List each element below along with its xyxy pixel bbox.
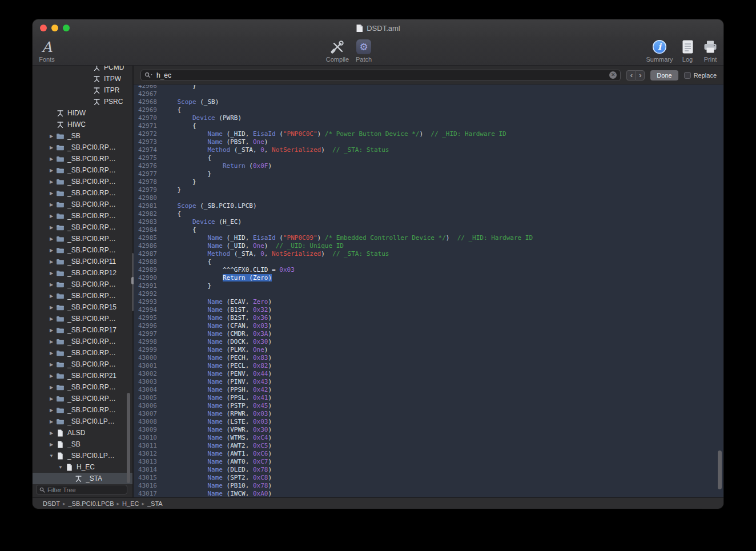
tree-item-_SBPCI0RP[interactable]: ▶_SB.PCI0.RP… bbox=[33, 279, 132, 290]
clear-search-icon[interactable]: ✕ bbox=[609, 71, 617, 79]
tree-item-H_EC[interactable]: ▼H_EC bbox=[33, 461, 132, 473]
tree-item-_SBPCI0RP17[interactable]: ▶_SB.PCI0.RP17 bbox=[33, 324, 132, 336]
disclosure-triangle-icon[interactable]: ▶ bbox=[47, 328, 55, 333]
disclosure-triangle-icon[interactable]: ▶ bbox=[47, 293, 55, 299]
tree-item-_SBPCI0RP[interactable]: ▶_SB.PCI0.RP… bbox=[33, 222, 132, 233]
method-icon bbox=[55, 108, 65, 118]
breadcrumb-item[interactable]: _SB.PCI0.LPCB bbox=[68, 500, 114, 507]
disclosure-triangle-icon[interactable]: ▶ bbox=[47, 156, 55, 162]
code-token: 0x41 bbox=[253, 394, 268, 401]
tree-item-_SBPCI0RP[interactable]: ▶_SB.PCI0.RP… bbox=[33, 336, 132, 347]
sidebar-scrollbar[interactable] bbox=[127, 393, 130, 483]
disclosure-triangle-icon[interactable]: ▶ bbox=[47, 408, 55, 413]
print-button[interactable]: Print bbox=[699, 38, 722, 63]
disclosure-triangle-icon[interactable]: ▶ bbox=[47, 179, 55, 184]
disclosure-triangle-icon[interactable]: ▶ bbox=[47, 431, 55, 436]
tree-item-_SBPCI0RP[interactable]: ▶_SB.PCI0.RP… bbox=[33, 393, 132, 404]
tree-item-_SBPCI0RP12[interactable]: ▶_SB.PCI0.RP12 bbox=[33, 267, 132, 279]
tree-item-_STA[interactable]: _STA bbox=[33, 473, 132, 484]
disclosure-triangle-icon[interactable]: ▶ bbox=[47, 271, 55, 276]
replace-checkbox[interactable] bbox=[684, 72, 691, 79]
tree-item-PCMD[interactable]: PCMD bbox=[33, 66, 132, 73]
disclosure-triangle-icon[interactable]: ▶ bbox=[47, 282, 55, 287]
breadcrumb-item[interactable]: _STA bbox=[147, 500, 163, 507]
tree-item-_SBPCI0RP[interactable]: ▶_SB.PCI0.RP… bbox=[33, 187, 132, 199]
tree-item-_SBPCI0RP[interactable]: ▶_SB.PCI0.RP… bbox=[33, 164, 132, 176]
tree-item-_SBPCI0RP[interactable]: ▶_SB.PCI0.RP… bbox=[33, 210, 132, 222]
code-token bbox=[162, 306, 207, 313]
disclosure-triangle-icon[interactable]: ▶ bbox=[47, 396, 55, 401]
search-menu-icon[interactable] bbox=[144, 72, 154, 78]
disclosure-triangle-icon[interactable]: ▶ bbox=[47, 385, 55, 390]
code-token: ) bbox=[321, 146, 325, 154]
breadcrumb-item[interactable]: DSDT bbox=[43, 500, 60, 507]
disclosure-triangle-icon[interactable]: ▶ bbox=[47, 134, 55, 139]
disclosure-triangle-icon[interactable]: ▶ bbox=[47, 191, 55, 196]
done-button[interactable]: Done bbox=[650, 70, 678, 81]
disclosure-triangle-icon[interactable]: ▶ bbox=[47, 145, 55, 150]
tree-item-_SBPCI0RP[interactable]: ▶_SB.PCI0.RP… bbox=[33, 404, 132, 416]
disclosure-triangle-icon[interactable]: ▶ bbox=[47, 351, 55, 356]
code-editor[interactable]: 42966 }4296742968 Scope (_SB)42969 {4297… bbox=[134, 85, 723, 497]
code-token bbox=[449, 234, 457, 242]
find-next-button[interactable]: › bbox=[636, 70, 645, 81]
summary-button[interactable]: i Summary bbox=[641, 38, 678, 63]
disclosure-triangle-icon[interactable]: ▶ bbox=[47, 442, 55, 447]
disclosure-triangle-icon[interactable]: ▶ bbox=[47, 225, 55, 230]
tree-item-_SBPCI0LP[interactable]: ▼_SB.PCI0.LP… bbox=[33, 450, 132, 461]
tree-item-HIWC[interactable]: HIWC bbox=[33, 119, 132, 130]
tree-item-ALSD[interactable]: ▶ALSD bbox=[33, 427, 132, 439]
tree-item-_SB[interactable]: ▶_SB bbox=[33, 130, 132, 142]
disclosure-triangle-icon[interactable]: ▶ bbox=[47, 339, 55, 344]
tree-item-_SBPCI0RP21[interactable]: ▶_SB.PCI0.RP21 bbox=[33, 370, 132, 381]
filter-tree-field[interactable]: Filter Tree bbox=[36, 485, 127, 494]
tree-item-ITPW[interactable]: ITPW bbox=[33, 73, 132, 85]
code-token bbox=[162, 162, 223, 170]
find-previous-button[interactable]: ‹ bbox=[626, 70, 636, 81]
tree-item-ITPR[interactable]: ITPR bbox=[33, 85, 132, 96]
patch-button[interactable]: ⚙ Patch bbox=[348, 38, 380, 63]
editor-scrollbar[interactable] bbox=[718, 451, 722, 489]
tree-item-_SBPCI0RP[interactable]: ▶_SB.PCI0.RP… bbox=[33, 153, 132, 164]
code-token: Name bbox=[207, 354, 223, 361]
breadcrumb-item[interactable]: H_EC bbox=[122, 500, 139, 507]
tree-item-_SBPCI0RP[interactable]: ▶_SB.PCI0.RP… bbox=[33, 313, 132, 324]
search-input[interactable]: h_ec ✕ bbox=[140, 70, 621, 81]
fonts-button[interactable]: A Fonts bbox=[34, 38, 60, 63]
tree-item-_SBPCI0RP[interactable]: ▶_SB.PCI0.RP… bbox=[33, 199, 132, 210]
disclosure-triangle-icon[interactable]: ▶ bbox=[47, 248, 55, 253]
tree-item-_SBPCI0RP[interactable]: ▶_SB.PCI0.RP… bbox=[33, 359, 132, 370]
disclosure-triangle-icon[interactable]: ▼ bbox=[57, 465, 65, 470]
tree-item-_SBPCI0RP11[interactable]: ▶_SB.PCI0.RP11 bbox=[33, 256, 132, 267]
tree-item-_SBPCI0RP15[interactable]: ▶_SB.PCI0.RP15 bbox=[33, 301, 132, 313]
disclosure-triangle-icon[interactable]: ▶ bbox=[47, 373, 55, 379]
tree-item-_SB[interactable]: ▶_SB bbox=[33, 439, 132, 450]
tree-item-_SBPCI0RP[interactable]: ▶_SB.PCI0.RP… bbox=[33, 233, 132, 244]
close-button[interactable] bbox=[40, 25, 47, 31]
tree-item-_SBPCI0LP[interactable]: ▶_SB.PCI0.LP… bbox=[33, 416, 132, 427]
tree-item-_SBPCI0RP[interactable]: ▶_SB.PCI0.RP… bbox=[33, 176, 132, 187]
disclosure-triangle-icon[interactable]: ▶ bbox=[47, 214, 55, 219]
code-token: ^^^GFX0.CLID = bbox=[162, 266, 279, 274]
tree-item-_SBPCI0RP[interactable]: ▶_SB.PCI0.RP… bbox=[33, 290, 132, 301]
minimize-button[interactable] bbox=[51, 25, 58, 31]
disclosure-triangle-icon[interactable]: ▶ bbox=[47, 202, 55, 207]
code-token: (_HID, bbox=[223, 234, 253, 242]
disclosure-triangle-icon[interactable]: ▶ bbox=[47, 316, 55, 321]
tree-item-PSRC[interactable]: PSRC bbox=[33, 96, 132, 107]
title-bar[interactable]: DSDT.aml bbox=[33, 19, 723, 37]
disclosure-triangle-icon[interactable]: ▶ bbox=[47, 236, 55, 242]
disclosure-triangle-icon[interactable]: ▼ bbox=[47, 453, 55, 459]
tree-item-_SBPCI0RP[interactable]: ▶_SB.PCI0.RP… bbox=[33, 244, 132, 256]
tree-item-_SBPCI0RP[interactable]: ▶_SB.PCI0.RP… bbox=[33, 347, 132, 359]
disclosure-triangle-icon[interactable]: ▶ bbox=[47, 305, 55, 310]
disclosure-triangle-icon[interactable]: ▶ bbox=[47, 168, 55, 173]
tree-item-HIDW[interactable]: HIDW bbox=[33, 107, 132, 119]
tree-item-_SBPCI0RP[interactable]: ▶_SB.PCI0.RP… bbox=[33, 381, 132, 393]
log-button[interactable]: Log bbox=[676, 38, 699, 63]
disclosure-triangle-icon[interactable]: ▶ bbox=[47, 362, 55, 367]
zoom-button[interactable] bbox=[63, 25, 70, 31]
disclosure-triangle-icon[interactable]: ▶ bbox=[47, 419, 55, 424]
tree-item-_SBPCI0RP[interactable]: ▶_SB.PCI0.RP… bbox=[33, 142, 132, 153]
disclosure-triangle-icon[interactable]: ▶ bbox=[47, 259, 55, 264]
